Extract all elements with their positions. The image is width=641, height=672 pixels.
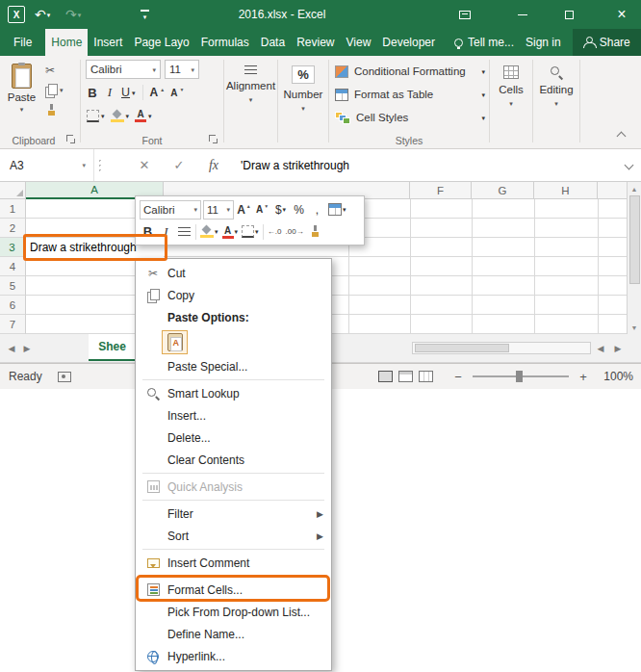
customize-quick-access-toolbar-button[interactable]: ▾ bbox=[141, 4, 149, 25]
tab-formulas[interactable]: Formulas bbox=[195, 29, 255, 56]
row-header-7[interactable]: 7 bbox=[0, 315, 26, 334]
tab-home[interactable]: Home bbox=[45, 29, 88, 56]
mt-font-color-button[interactable]: A▾ bbox=[221, 222, 240, 242]
menu-item-smart-lookup[interactable]: Smart Lookup bbox=[136, 382, 331, 404]
mt-comma-style-button[interactable]: , bbox=[309, 200, 325, 220]
h-scroll-track[interactable] bbox=[412, 342, 591, 354]
menu-item-hyperlink[interactable]: Hyperlink... bbox=[136, 645, 331, 667]
h-scroll-right-button[interactable]: ▶ bbox=[610, 334, 626, 362]
tab-review[interactable]: Review bbox=[291, 29, 340, 56]
clipboard-dialog-launcher[interactable] bbox=[66, 135, 76, 144]
tab-developer[interactable]: Developer bbox=[376, 29, 441, 56]
column-header-g[interactable]: G bbox=[472, 182, 534, 199]
menu-item-sort[interactable]: Sort▶ bbox=[136, 525, 331, 547]
format-as-table-button[interactable]: Format as Table▾ bbox=[335, 85, 485, 104]
mt-format-painter-button[interactable] bbox=[307, 222, 323, 242]
paste-button[interactable]: Paste ▾ bbox=[4, 59, 39, 130]
menu-item-insert[interactable]: Insert... bbox=[136, 404, 331, 426]
cell-styles-button[interactable]: Cell Styles▾ bbox=[335, 108, 485, 127]
menu-item-pick-from-list[interactable]: Pick From Drop-down List... bbox=[136, 601, 331, 623]
copy-button[interactable]: ▾ bbox=[42, 81, 66, 99]
tell-me-box[interactable]: Tell me... bbox=[449, 29, 520, 56]
select-all-button[interactable] bbox=[0, 182, 26, 199]
underline-button[interactable]: U▾ bbox=[119, 83, 138, 102]
h-scroll-thumb[interactable] bbox=[415, 344, 509, 352]
record-macro-button[interactable] bbox=[58, 372, 71, 382]
row-header-2[interactable]: 2 bbox=[0, 219, 26, 238]
cut-button[interactable]: ✂ bbox=[42, 61, 66, 79]
menu-item-cut[interactable]: ✂Cut bbox=[136, 262, 331, 284]
formula-input[interactable]: 'Draw a strikethrough bbox=[231, 149, 616, 181]
font-dialog-launcher[interactable] bbox=[209, 135, 218, 144]
format-painter-button[interactable] bbox=[42, 101, 66, 119]
font-color-button[interactable]: A▾ bbox=[133, 106, 154, 125]
tab-page-layout[interactable]: Page Layo bbox=[128, 29, 194, 56]
view-normal-button[interactable] bbox=[378, 371, 393, 382]
decrease-font-size-button[interactable]: A▼ bbox=[168, 83, 186, 102]
conditional-formatting-button[interactable]: Conditional Formatting▾ bbox=[335, 62, 485, 81]
h-scroll-left-button[interactable]: ◀ bbox=[593, 334, 608, 362]
view-page-break-button[interactable] bbox=[419, 371, 433, 382]
menu-item-clear-contents[interactable]: Clear Contents bbox=[136, 449, 331, 471]
mt-format-table-button[interactable]: ▾ bbox=[327, 200, 347, 220]
redo-button[interactable]: ↷▾ bbox=[65, 4, 81, 25]
vertical-scrollbar[interactable]: ▲ ▼ bbox=[627, 182, 641, 334]
alignment-button[interactable]: Alignment ▾ bbox=[226, 62, 275, 103]
row-header-1[interactable]: 1 bbox=[0, 199, 26, 219]
cancel-button[interactable]: ✕ bbox=[127, 149, 162, 181]
row-header-5[interactable]: 5 bbox=[0, 276, 26, 296]
editing-button[interactable]: Editing ▾ bbox=[535, 62, 577, 107]
collapse-ribbon-button[interactable] bbox=[618, 129, 625, 142]
scroll-down-button[interactable]: ▼ bbox=[628, 321, 641, 334]
mt-decrease-font-button[interactable]: A▼ bbox=[254, 200, 270, 220]
bold-button[interactable]: B bbox=[85, 83, 100, 102]
font-size-select[interactable]: 11▾ bbox=[165, 60, 199, 79]
row-header-4[interactable]: 4 bbox=[0, 257, 26, 276]
borders-button[interactable]: ▾ bbox=[85, 106, 107, 125]
view-page-layout-button[interactable] bbox=[398, 371, 413, 382]
mt-fill-color-button[interactable]: ▾ bbox=[199, 222, 219, 242]
column-header-f[interactable]: F bbox=[410, 182, 472, 199]
ribbon-display-options-button[interactable] bbox=[450, 0, 479, 29]
zoom-in-button[interactable]: + bbox=[577, 370, 589, 384]
menu-item-delete[interactable]: Delete... bbox=[136, 426, 331, 449]
name-box[interactable]: A3▾ bbox=[0, 149, 94, 181]
column-header-h[interactable]: H bbox=[534, 182, 598, 199]
zoom-out-button[interactable]: − bbox=[452, 370, 464, 384]
mt-font-size-select[interactable]: 11▾ bbox=[203, 200, 234, 220]
minimize-button[interactable] bbox=[508, 0, 537, 29]
excel-logo-icon[interactable]: X bbox=[8, 6, 25, 23]
sheet-nav-right-button[interactable]: ▶ bbox=[19, 334, 35, 362]
mt-borders-button[interactable]: ▾ bbox=[241, 222, 260, 242]
maximize-button[interactable] bbox=[554, 0, 583, 29]
mt-increase-font-button[interactable]: A▲ bbox=[236, 200, 252, 220]
italic-button[interactable]: I bbox=[102, 83, 117, 102]
mt-bold-button[interactable]: B bbox=[140, 222, 156, 242]
row-header-3[interactable]: 3 bbox=[0, 238, 26, 257]
column-header-partial[interactable] bbox=[598, 182, 627, 199]
menu-item-copy[interactable]: Copy bbox=[136, 284, 331, 306]
expand-formula-bar-button[interactable] bbox=[616, 149, 641, 181]
tab-insert[interactable]: Insert bbox=[88, 29, 128, 56]
share-button[interactable]: Share bbox=[573, 29, 641, 56]
mt-decrease-decimal-button[interactable]: .00→ bbox=[285, 222, 305, 242]
insert-function-button[interactable]: fx bbox=[196, 149, 231, 181]
undo-button[interactable]: ↶▾ bbox=[35, 4, 50, 25]
increase-font-size-button[interactable]: A▲ bbox=[148, 83, 167, 102]
number-format-button[interactable]: % Number ▾ bbox=[280, 62, 326, 112]
formula-bar-grip[interactable] bbox=[96, 157, 104, 173]
cells-button[interactable]: Cells ▾ bbox=[492, 62, 530, 107]
close-button[interactable]: × bbox=[603, 0, 641, 29]
mt-accounting-format-button[interactable]: $▾ bbox=[272, 200, 289, 220]
zoom-slider[interactable] bbox=[473, 375, 569, 377]
mt-font-name-select[interactable]: Calibri▾ bbox=[140, 200, 201, 220]
menu-item-paste-special[interactable]: Paste Special... bbox=[136, 355, 331, 377]
menu-item-filter[interactable]: Filter▶ bbox=[136, 503, 331, 525]
mt-center-align-button[interactable] bbox=[176, 222, 192, 242]
tab-file[interactable]: File bbox=[0, 29, 45, 56]
scroll-up-button[interactable]: ▲ bbox=[628, 182, 641, 195]
row-header-6[interactable]: 6 bbox=[0, 296, 26, 315]
tab-data[interactable]: Data bbox=[255, 29, 291, 56]
mt-increase-decimal-button[interactable]: ←.0 bbox=[267, 222, 283, 242]
mt-percent-style-button[interactable]: % bbox=[291, 200, 307, 220]
